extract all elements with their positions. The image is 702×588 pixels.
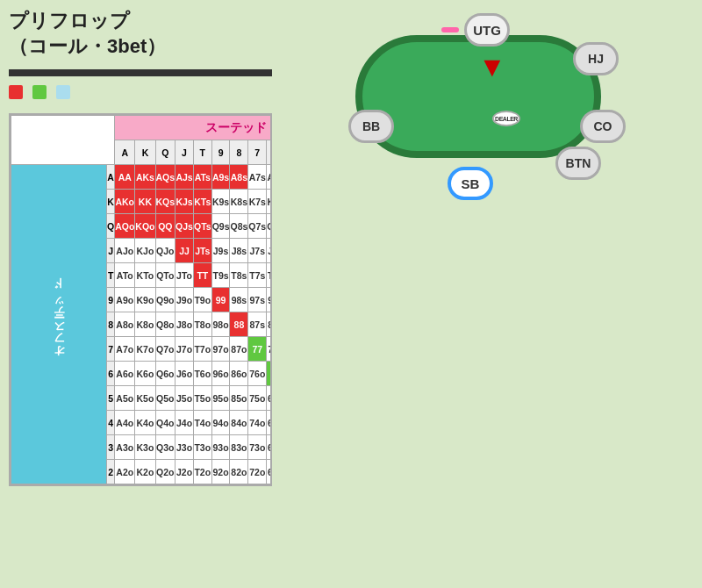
cell-k7o: K7o — [135, 337, 155, 362]
hand-range-table: スーテッドAKQJT98765432オフスーテッドAAAAKsAQsAJsATs… — [9, 113, 272, 486]
cell-j2o: J2o — [176, 460, 194, 484]
poker-table-diagram: UTG ▼ DEALER HJ CO BTN — [347, 18, 627, 193]
cell-qq: QQ — [155, 214, 176, 239]
cell-t4o: T4o — [193, 411, 211, 435]
cell-kto: KTo — [135, 263, 155, 288]
cell-k5o: K5o — [135, 386, 155, 411]
cell-jto: JTo — [176, 263, 194, 288]
sb-node: SB — [448, 167, 493, 200]
cell-ats: ATs — [193, 165, 211, 190]
cell-98s: 98s — [230, 288, 248, 312]
cell-93o: 93o — [211, 435, 230, 460]
col-header-9: 9 — [211, 140, 230, 165]
offsuit-label: オフスーテッド — [11, 165, 107, 484]
cell-j8s: J8s — [230, 239, 248, 263]
cell-ako: AKo — [115, 190, 135, 214]
cell-q7s: Q7s — [248, 214, 267, 239]
cell-aa: AA — [115, 165, 135, 190]
cell-95o: 95o — [211, 386, 230, 411]
cell-86o: 86o — [230, 362, 248, 386]
cell-k9o: K9o — [135, 288, 155, 312]
cell-kk: KK — [135, 190, 155, 214]
cell-74o: 74o — [248, 411, 267, 435]
cell-j7s: J7s — [248, 239, 267, 263]
raise-legend — [9, 85, 25, 99]
row-header-k: K — [107, 190, 115, 214]
left-panel: プリフロップ（コール・3bet） スーテッドAKQJT98765432オフスーテ… — [9, 9, 272, 579]
cell-a8s: A8s — [230, 165, 248, 190]
cell-87o: 87o — [230, 337, 248, 362]
cell-aqo: AQo — [115, 214, 135, 239]
cell-72o: 72o — [248, 460, 267, 484]
cell-kjs: KJs — [176, 190, 194, 214]
fold-color-box — [56, 85, 70, 99]
page-title: プリフロップ（コール・3bet） — [9, 9, 272, 59]
row-header-9: 9 — [107, 288, 115, 312]
cell-76o: 76o — [248, 362, 267, 386]
cell-a6s: A6s — [267, 165, 272, 190]
col-header-a: A — [115, 140, 135, 165]
col-header-q: Q — [155, 140, 176, 165]
cell-jts: JTs — [193, 239, 211, 263]
cell-t8s: T8s — [230, 263, 248, 288]
cell-66: 66 — [267, 362, 272, 386]
cell-k8o: K8o — [135, 312, 155, 337]
cell-96s: 96s — [267, 288, 272, 312]
cell-q6o: Q6o — [155, 362, 176, 386]
cell-k6s: K6s — [267, 190, 272, 214]
raise-indicator-badge — [441, 27, 459, 32]
row-header-j: J — [107, 239, 115, 263]
cell-a3o: A3o — [115, 435, 135, 460]
cell-t6o: T6o — [193, 362, 211, 386]
cell-q4o: Q4o — [155, 411, 176, 435]
cell-ajo: AJo — [115, 239, 135, 263]
cell-63o: 63o — [267, 435, 272, 460]
cell-j6o: J6o — [176, 362, 194, 386]
col-header-8: 8 — [230, 140, 248, 165]
hj-node: HJ — [573, 42, 619, 75]
cell-t5o: T5o — [193, 386, 211, 411]
bb-node: BB — [348, 110, 394, 143]
right-panel: UTG ▼ DEALER HJ CO BTN — [281, 9, 693, 579]
raise-color-box — [9, 85, 23, 99]
cell-qts: QTs — [193, 214, 211, 239]
cell-t8o: T8o — [193, 312, 211, 337]
cell-84o: 84o — [230, 411, 248, 435]
cell-85o: 85o — [230, 386, 248, 411]
cell-a5o: A5o — [115, 386, 135, 411]
cell-k3o: K3o — [135, 435, 155, 460]
suited-header: スーテッド — [115, 116, 272, 140]
cell-kts: KTs — [193, 190, 211, 214]
cell-97o: 97o — [211, 337, 230, 362]
dealer-badge: DEALER — [492, 111, 520, 126]
cell-aqs: AQs — [155, 165, 176, 190]
col-header-6: 6 — [267, 140, 272, 165]
row-header-6: 6 — [107, 362, 115, 386]
cell-j9o: J9o — [176, 288, 194, 312]
row-header-5: 5 — [107, 386, 115, 411]
cell-aks: AKs — [135, 165, 155, 190]
raise-arrow: ▼ — [478, 51, 506, 83]
cell-t7o: T7o — [193, 337, 211, 362]
cell-a8o: A8o — [115, 312, 135, 337]
col-header-k: K — [135, 140, 155, 165]
cell-98o: 98o — [211, 312, 230, 337]
cell-q9s: Q9s — [211, 214, 230, 239]
cell-87s: 87s — [248, 312, 267, 337]
cell-j8o: J8o — [176, 312, 194, 337]
utg-node: UTG — [464, 13, 510, 47]
cell-t2o: T2o — [193, 460, 211, 484]
cell-q8o: Q8o — [155, 312, 176, 337]
cell-t3o: T3o — [193, 435, 211, 460]
cell-77: 77 — [248, 337, 267, 362]
cell-a7o: A7o — [115, 337, 135, 362]
cell-qjs: QJs — [176, 214, 194, 239]
cell-k9s: K9s — [211, 190, 230, 214]
cell-t9o: T9o — [193, 288, 211, 312]
row-header-3: 3 — [107, 435, 115, 460]
cell-j3o: J3o — [176, 435, 194, 460]
cell-q9o: Q9o — [155, 288, 176, 312]
cell-j4o: J4o — [176, 411, 194, 435]
fold-legend — [56, 85, 73, 99]
cell-k6o: K6o — [135, 362, 155, 386]
